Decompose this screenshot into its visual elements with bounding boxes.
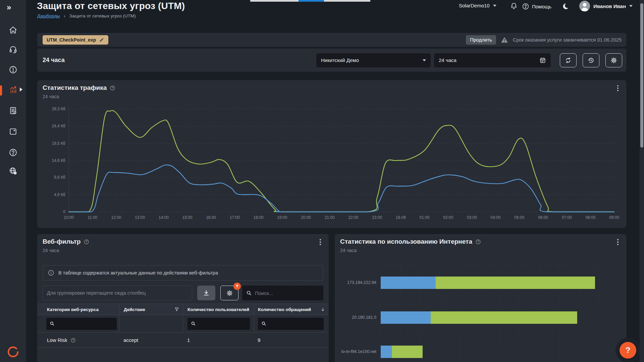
bar-segment-blue-segment[interactable]: [381, 311, 431, 324]
table-search-input[interactable]: [255, 290, 312, 296]
user-menu[interactable]: Иванов Иван: [579, 1, 633, 11]
service-expiry-warning: Срок оказания услуги заканчивается 01.06…: [513, 37, 622, 43]
bar-segment-green-segment[interactable]: [392, 346, 423, 358]
sidebar-item-portal[interactable]: [6, 164, 20, 178]
x-tick-label: 04:00: [491, 215, 501, 220]
breadcrumb-dashboards-link[interactable]: Дашборды: [37, 13, 60, 18]
group-by-dropzone[interactable]: Для группировки перетащите сюда столбец: [43, 286, 192, 300]
row-category: Low Risk: [47, 337, 67, 343]
sidebar-item-incidents[interactable]: [6, 62, 20, 77]
y-tick-label: 19,5 Кб: [52, 141, 65, 146]
search-icon: [246, 290, 252, 296]
x-tick-label: 13:00: [135, 215, 145, 220]
column-header-users[interactable]: Количество пользователей: [183, 304, 254, 315]
refresh-button[interactable]: [560, 53, 577, 67]
x-tick-label: 18:00: [254, 215, 264, 220]
sidebar: »: [0, 0, 26, 362]
x-tick-label: 14:00: [159, 215, 169, 220]
funnel-icon: [235, 284, 239, 288]
tenant-select[interactable]: Никитский Демо: [316, 53, 431, 67]
period-title: 24 часа: [43, 57, 65, 64]
sidebar-item-support[interactable]: [6, 42, 20, 57]
bar-category-label: lo-in-f94.1e100.net: [341, 349, 377, 354]
traffic-card-menu-button[interactable]: [614, 84, 622, 92]
sort-desc-icon[interactable]: [320, 307, 325, 312]
y-tick-label: 0: [63, 209, 65, 214]
column-header-action[interactable]: Действие: [119, 304, 183, 315]
users-filter-input[interactable]: [187, 318, 250, 330]
x-tick-label: 03:00: [467, 215, 477, 220]
chevron-down-icon: [493, 5, 496, 7]
service-bar: UTM_CheckPoint_exp Продлить Срок оказани…: [37, 33, 626, 47]
table-search[interactable]: [242, 286, 323, 300]
column-header-category[interactable]: Категория веб-ресурса: [37, 307, 119, 312]
bar-segment-green-segment[interactable]: [431, 311, 577, 324]
sidebar-expand-icon[interactable]: »: [7, 3, 11, 12]
x-tick-label: 15:00: [182, 215, 192, 220]
bar-segment-blue-segment[interactable]: [381, 346, 392, 358]
help-fab-button[interactable]: ?: [620, 342, 636, 359]
settings-button[interactable]: [605, 53, 622, 67]
sidebar-item-reports[interactable]: [6, 103, 20, 118]
page-scrollbar[interactable]: [640, 0, 644, 362]
sidebar-item-calendar[interactable]: [6, 124, 20, 139]
question-circle-icon: [522, 3, 529, 10]
history-button[interactable]: [583, 53, 599, 67]
usage-bar-chart: 173.194.222.9420.190.181.0lo-in-f94.1e10…: [335, 234, 626, 362]
chart-icon: [9, 85, 17, 94]
web-filter-title: Веб-фильтр: [43, 238, 89, 245]
period-input-value: 24 часа: [439, 57, 457, 63]
search-icon: [261, 321, 266, 326]
web-filter-table: Категория веб-ресурса Действие Количеств…: [37, 304, 329, 348]
page-title: Защита от сетевых угроз (UTM): [37, 1, 185, 11]
web-filter-title-text: Веб-фильтр: [43, 238, 80, 245]
column-header-requests[interactable]: Количество обращений: [254, 304, 329, 315]
extend-service-button[interactable]: Продлить: [466, 35, 496, 45]
web-filter-period: 24 часа: [43, 248, 59, 253]
x-tick-label: 20:00: [301, 215, 311, 220]
y-tick-label: 24,4 Кб: [52, 124, 65, 128]
bar-segment-green-segment[interactable]: [435, 277, 595, 289]
question-circle-icon[interactable]: [110, 85, 115, 91]
x-tick-label: 17:00: [230, 215, 240, 220]
chevron-down-icon: [629, 5, 633, 7]
filter-bar: 24 часа Никитский Демо 24 часа: [37, 49, 626, 72]
scrollbar-thumb[interactable]: [640, 3, 643, 147]
headset-icon: [9, 45, 17, 54]
category-filter-input[interactable]: [46, 318, 117, 330]
traffic-line-chart: 10:0011:0012:0013:0014:0015:0016:0017:00…: [37, 80, 626, 228]
calendar-icon[interactable]: [539, 57, 546, 64]
internet-usage-card: Статистика по использованию Интернета 24…: [335, 234, 626, 362]
filter-funnel-icon[interactable]: [174, 307, 179, 312]
row-users: 1: [183, 337, 254, 343]
help-link[interactable]: Помощь: [522, 3, 551, 10]
edit-pencil-icon[interactable]: [99, 37, 104, 43]
x-tick-label: 10:00: [64, 215, 74, 220]
period-input[interactable]: 24 часа: [434, 53, 551, 67]
notifications-button[interactable]: [510, 2, 518, 11]
sidebar-item-dashboards[interactable]: [6, 82, 20, 97]
org-name: SolarDemo10: [459, 3, 490, 8]
question-circle-icon[interactable]: [70, 338, 76, 343]
theme-toggle[interactable]: [561, 2, 570, 12]
service-tag[interactable]: UTM_CheckPoint_exp: [43, 35, 108, 45]
warning-triangle-icon: [501, 37, 508, 43]
video-progress-segment: [299, 0, 324, 2]
table-row[interactable]: Low Risk accept 1 9: [37, 333, 329, 348]
submenu-arrow-icon[interactable]: [20, 87, 22, 92]
sidebar-item-help[interactable]: [6, 145, 20, 160]
sidebar-item-home[interactable]: [6, 23, 20, 38]
export-button[interactable]: [197, 286, 215, 300]
question-circle-icon[interactable]: [84, 239, 89, 245]
requests-filter-input[interactable]: [258, 318, 324, 330]
web-filter-menu-button[interactable]: [317, 238, 324, 246]
bar-segment-blue-segment[interactable]: [381, 277, 435, 289]
tenant-select-value: Никитский Демо: [321, 57, 359, 63]
x-tick-label: 02:00: [443, 215, 453, 220]
x-tick-label: 22:00: [348, 215, 358, 220]
bell-icon: [510, 2, 518, 10]
active-item-indicator: [0, 85, 2, 96]
user-name: Иванов Иван: [593, 3, 626, 9]
download-icon: [203, 289, 210, 297]
org-switcher[interactable]: SolarDemo10: [459, 3, 496, 8]
